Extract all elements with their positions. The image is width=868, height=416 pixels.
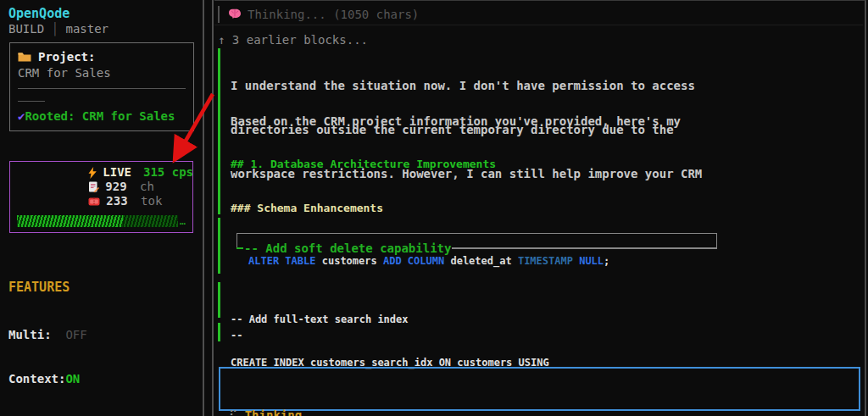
sql-code-block-2: -- Add full-text search index CREATE IND… [218, 282, 549, 318]
thinking-header: Thinking... (1050 chars) [218, 6, 419, 23]
feature-multi: Multi: OFF [8, 328, 94, 343]
markdown-heading-2: ### Schema Enhancements [218, 175, 383, 214]
paragraph-line: I understand the situation now. I don't … [231, 79, 702, 93]
build-label: BUILD [8, 22, 44, 36]
panel-divider-right [212, 0, 214, 416]
brain-icon [228, 8, 242, 20]
sql-code-block: -- Add soft delete capability ALTER TABL… [218, 218, 220, 274]
live-stats-panel: LIVE 315 cps 929 ch 233 tok … [9, 161, 193, 233]
rooted-text: Rooted: CRM for Sales [25, 109, 175, 123]
divider-short [18, 101, 45, 102]
input-status-row: ⡏ Thinking... [229, 407, 850, 416]
memo-icon [17, 181, 99, 192]
separator: │ [44, 22, 65, 36]
spinner-icon: ⡏ [229, 408, 245, 416]
build-branch-indicator: BUILD │ master [8, 22, 108, 36]
thinking-header-text: Thinking... (1050 chars) [248, 8, 419, 21]
sql-comment: -- Add full-text search index [231, 313, 549, 327]
stream-progress-bar: … [17, 215, 186, 227]
folder-icon [18, 52, 31, 62]
assistant-paragraph: Based on the CRM project information you… [218, 106, 681, 128]
project-panel: Project: CRM for Sales ✔Rooted: CRM for … [9, 42, 194, 131]
rooted-status: ✔Rooted: CRM for Sales [18, 109, 175, 123]
app-title: OpenQode [8, 6, 70, 21]
earlier-blocks-indicator[interactable]: ↑ 3 earlier blocks... [218, 33, 368, 47]
panel-divider-left [203, 0, 204, 416]
thinking-status: Thinking... [245, 408, 324, 416]
progress-fill [17, 215, 123, 227]
features-title: FEATURES [8, 280, 94, 296]
partial-output-block: -- [218, 323, 242, 341]
header-divider [214, 25, 863, 25]
title-rule-right [452, 247, 717, 249]
sql-statement: ALTER TABLE customers ADD COLUMN deleted… [248, 255, 609, 267]
lightning-icon [17, 167, 97, 179]
cps-value: 315 cps [143, 165, 193, 180]
code-box-title-row: -- Add soft delete capability [236, 241, 717, 255]
project-name: CRM for Sales [18, 66, 186, 80]
multi-value: OFF [65, 328, 86, 341]
token-unit: tok [134, 194, 163, 208]
title-rule-left [236, 247, 243, 249]
divider [18, 88, 186, 89]
up-arrow-icon: ↑ [218, 33, 232, 47]
features-panel: FEATURES Multi: OFF Context:ON Think: OF… [8, 251, 94, 416]
earlier-blocks-text: 3 earlier blocks... [232, 33, 368, 47]
paragraph-line: Based on the CRM project information you… [231, 114, 681, 128]
char-count: 929 [105, 180, 126, 194]
git-branch-label: master [65, 22, 108, 36]
ticket-icon [17, 197, 100, 206]
openqode-terminal: OpenQode BUILD │ master Project: CRM for… [0, 0, 868, 416]
chat-panel: Thinking... (1050 chars) ↑ 3 earlier blo… [214, 0, 866, 416]
progress-rest [123, 215, 177, 227]
live-label: LIVE [103, 165, 131, 180]
char-unit: ch [133, 180, 154, 194]
token-count: 233 [106, 194, 127, 208]
command-input[interactable]: ⡏ Thinking... > Type command or message.… [219, 367, 860, 411]
progress-ellipsis: … [180, 217, 186, 225]
feature-context: Context:ON [8, 372, 94, 387]
sql-comment-title: -- Add soft delete capability [243, 241, 452, 255]
context-value: ON [65, 372, 80, 385]
project-label: Project: [38, 50, 95, 64]
sidebar: OpenQode BUILD │ master Project: CRM for… [0, 0, 202, 416]
markdown-heading-1: ## 1. Database Architecture Improvements [218, 133, 496, 170]
